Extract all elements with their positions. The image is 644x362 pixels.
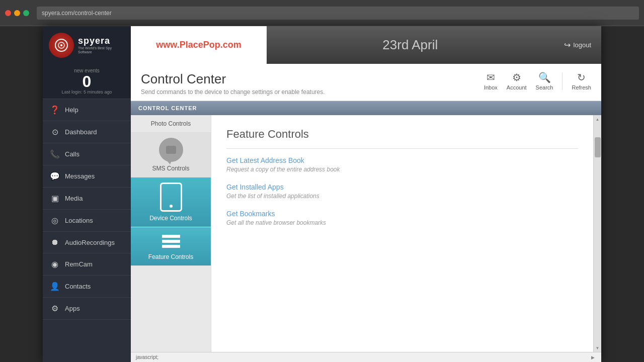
tab-photo-label: Photo Controls xyxy=(151,120,191,127)
logo-icon xyxy=(49,33,74,58)
tab-photo-controls[interactable]: Photo Controls xyxy=(131,115,211,133)
toolbar-icons: ✉ Inbox ⚙ Account 🔍 Search ↻ Refresh xyxy=(484,71,591,90)
feature-desc-addressbook: Request a copy of the entire address boo… xyxy=(226,166,578,173)
feature-panel-title: Feature Controls xyxy=(226,128,578,149)
sidebar-item-media[interactable]: ▣ Media xyxy=(43,188,131,210)
logo-text: spyera The World's Best Spy Software xyxy=(78,36,125,55)
sidebar-item-dashboard-label: Dashboard xyxy=(65,128,97,136)
sidebar-item-apps-label: Apps xyxy=(65,305,80,312)
sidebar-item-help[interactable]: ❓ Help xyxy=(43,99,131,121)
apps-icon: ⚙ xyxy=(50,304,60,313)
remcam-icon: ◉ xyxy=(50,259,60,269)
event-count: 0 xyxy=(47,73,127,89)
scroll-right-arrow[interactable]: ▶ xyxy=(589,354,596,361)
sidebar-item-messages[interactable]: 💬 Messages xyxy=(43,165,131,188)
logo-tagline: The World's Best Spy Software xyxy=(78,46,125,55)
page-title: Control Center xyxy=(141,71,325,87)
sidebar-item-dashboard[interactable]: ⊙ Dashboard xyxy=(43,121,131,143)
sidebar-item-contacts-label: Contacts xyxy=(65,283,91,290)
logo-name: spyera xyxy=(78,36,125,46)
sidebar-item-locations-label: Locations xyxy=(65,217,93,224)
account-label: Account xyxy=(507,84,527,90)
audiorecordings-icon: ⏺ xyxy=(50,238,60,247)
dashboard-icon: ⊙ xyxy=(50,127,60,137)
feature-desc-bookmarks: Get all the native browser bookmarks xyxy=(226,219,578,226)
inbox-button[interactable]: ✉ Inbox xyxy=(484,71,498,90)
ad-text: www.PlacePop.com xyxy=(156,40,241,50)
last-login-label: Last login: 5 minutes ago xyxy=(47,89,127,95)
right-scrollbar[interactable]: ▲ ▼ xyxy=(593,115,601,352)
calls-icon: 📞 xyxy=(50,149,60,159)
logout-label: logout xyxy=(574,41,591,49)
logout-button[interactable]: ↪ logout xyxy=(554,40,601,50)
header-date: 23rd April xyxy=(267,37,554,53)
feature-link-apps[interactable]: Get Installed Apps xyxy=(226,183,578,191)
feature-panel: Feature Controls Get Latest Address Book… xyxy=(211,115,593,352)
feature-link-bookmarks[interactable]: Get Bookmarks xyxy=(226,210,578,218)
sidebar-item-remcam[interactable]: ◉ RemCam xyxy=(43,253,131,276)
messages-icon: 💬 xyxy=(50,171,60,181)
tab-feature-label: Feature Controls xyxy=(148,253,193,260)
account-icon: ⚙ xyxy=(512,71,521,83)
sidebar-item-audiorecordings[interactable]: ⏺ AudioRecordings xyxy=(43,232,131,253)
sidebar-item-messages-label: Messages xyxy=(65,172,95,180)
svg-point-2 xyxy=(60,44,62,46)
help-icon: ❓ xyxy=(50,105,60,115)
control-tabs: Photo Controls SMS Controls xyxy=(131,115,211,352)
locations-icon: ◎ xyxy=(50,216,60,225)
page-subtitle: Send commands to the device to change se… xyxy=(141,88,325,96)
inbox-label: Inbox xyxy=(484,84,498,90)
account-button[interactable]: ⚙ Account xyxy=(507,71,527,90)
media-icon: ▣ xyxy=(50,194,60,203)
sidebar-item-audiorecordings-label: AudioRecordings xyxy=(65,239,115,246)
scrollbar-thumb[interactable] xyxy=(595,137,601,157)
sidebar-logo: spyera The World's Best Spy Software xyxy=(43,26,131,64)
search-label: Search xyxy=(536,84,553,90)
refresh-button[interactable]: ↻ Refresh xyxy=(572,71,591,90)
breadcrumb: CONTROL CENTER xyxy=(131,101,601,115)
sidebar-item-remcam-label: RemCam xyxy=(65,260,93,268)
sidebar-item-help-label: Help xyxy=(65,106,78,114)
events-counter: new events 0 Last login: 5 minutes ago xyxy=(43,64,131,99)
refresh-label: Refresh xyxy=(572,84,591,90)
top-header: www.PlacePop.com 23rd April ↪ logout xyxy=(131,26,601,64)
sidebar-item-calls[interactable]: 📞 Calls xyxy=(43,143,131,165)
feature-item-bookmarks: Get Bookmarks Get all the native browser… xyxy=(226,210,578,226)
sidebar-item-locations[interactable]: ◎ Locations xyxy=(43,210,131,232)
main-area: www.PlacePop.com 23rd April ↪ logout Con… xyxy=(131,26,601,362)
feature-item-addressbook: Get Latest Address Book Request a copy o… xyxy=(226,156,578,173)
page-title-area: Control Center Send commands to the devi… xyxy=(141,71,325,96)
sidebar-item-apps[interactable]: ⚙ Apps xyxy=(43,298,131,320)
sidebar-nav: ❓ Help ⊙ Dashboard 📞 Calls 💬 Messages ▣ xyxy=(43,99,131,362)
feature-desc-apps: Get the list of installed applications xyxy=(226,193,578,200)
inbox-icon: ✉ xyxy=(487,71,495,83)
feature-link-addressbook[interactable]: Get Latest Address Book xyxy=(226,156,578,164)
page-header: Control Center Send commands to the devi… xyxy=(131,64,601,101)
status-bar-text: javascript; xyxy=(136,354,158,360)
search-button[interactable]: 🔍 Search xyxy=(536,71,553,90)
sidebar-item-contacts[interactable]: 👤 Contacts xyxy=(43,276,131,298)
feature-item-apps: Get Installed Apps Get the list of insta… xyxy=(226,183,578,200)
tab-device-controls[interactable]: Device Controls xyxy=(131,177,211,227)
tab-device-label: Device Controls xyxy=(149,215,192,222)
toolbar-divider xyxy=(562,72,562,90)
header-ad-banner: www.PlacePop.com xyxy=(131,26,267,64)
tab-sms-label: SMS Controls xyxy=(152,165,189,172)
status-bar: javascript; ▶ xyxy=(131,352,601,362)
logout-icon: ↪ xyxy=(564,40,571,50)
sidebar-item-media-label: Media xyxy=(65,195,83,202)
contacts-icon: 👤 xyxy=(50,282,60,291)
tab-feature-controls[interactable]: Feature Controls xyxy=(131,227,211,266)
tab-sms-controls[interactable]: SMS Controls xyxy=(131,133,211,177)
search-icon: 🔍 xyxy=(538,71,551,83)
sidebar-item-calls-label: Calls xyxy=(65,150,79,158)
content-area: Photo Controls SMS Controls xyxy=(131,115,601,352)
sidebar: spyera The World's Best Spy Software new… xyxy=(43,26,131,362)
refresh-icon: ↻ xyxy=(577,71,586,83)
